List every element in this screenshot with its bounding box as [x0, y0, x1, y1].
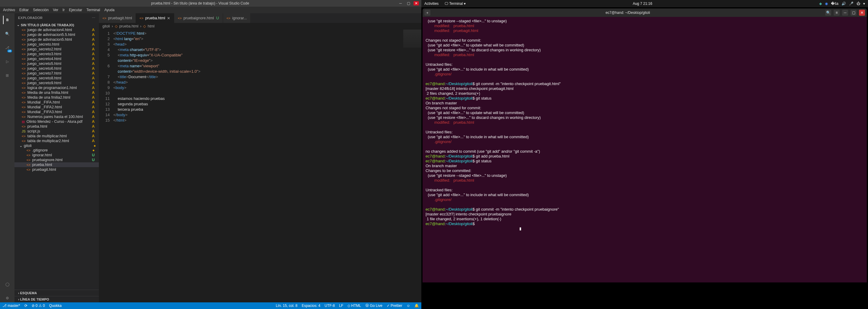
cursor-position[interactable]: Lín. 15, col. 8	[276, 304, 298, 308]
more-icon[interactable]: ⋯	[92, 16, 96, 20]
explorer-icon[interactable]: 🗎	[3, 16, 11, 24]
activities-button[interactable]: Activities	[424, 1, 438, 6]
file-row[interactable]: <>tabla de multiplicar2.htmlA	[14, 139, 99, 143]
file-row[interactable]: <>prueba.html	[14, 162, 99, 167]
new-tab-button[interactable]: ＋	[424, 10, 430, 16]
file-row[interactable]: <>ignorar.htmlU	[14, 153, 99, 158]
golive-status[interactable]: ⦿ Go Live	[365, 304, 382, 308]
titlebar: prueba.html - Sin título (área de trabaj…	[0, 0, 421, 7]
terminal-titlebar: ＋ ec7@hand: ~/Desktop/gitoli 🔍 ≡ ─ ▢ ✕	[423, 8, 867, 17]
maximize-button[interactable]: ▢	[850, 10, 857, 16]
branch-status[interactable]: ⎇ master*	[2, 304, 20, 308]
file-row[interactable]: <>juego de adivinacion5.5.htmlA	[14, 32, 99, 37]
maximize-button[interactable]: ▢	[406, 1, 411, 5]
settings-gear-icon[interactable]: ⚙	[3, 294, 11, 302]
menu-item[interactable]: Editar	[18, 7, 30, 13]
menu-item[interactable]: Archivo	[1, 7, 17, 13]
file-row[interactable]: <>pruebaignore.htmlU	[14, 158, 99, 162]
network-icon[interactable]: �ša	[831, 1, 838, 6]
file-row[interactable]: ▤Olinto Mendez - Curso - Alura.pdfA	[14, 119, 99, 124]
gnome-topbar: Activities 🖵 Terminal ▾ Aug 7 21:16 ◆ ◉ …	[421, 0, 868, 7]
file-row[interactable]: <>.gitignore●	[14, 148, 99, 153]
minimap[interactable]	[403, 30, 421, 48]
editor-area[interactable]: 12345 6 789101112131415 <!DOCTYPE html><…	[99, 30, 421, 302]
sync-status[interactable]: ⟳	[24, 304, 27, 308]
source-control-icon[interactable]: ⎇48	[3, 44, 11, 52]
file-row[interactable]: <>juego de adivinacion5.htmlA	[14, 37, 99, 42]
file-row[interactable]: <>juego_secreto2.htmlA	[14, 47, 99, 52]
file-row[interactable]: <>pruebagit.html	[14, 167, 99, 172]
file-row[interactable]: <>tabla de multiplicar.htmlA	[14, 134, 99, 139]
file-row[interactable]: <>juego_secreto3.htmlA	[14, 52, 99, 56]
terminal-content[interactable]: (use "git restore --staged <file>..." to…	[423, 17, 867, 282]
explorer-label: EXPLORADOR	[18, 16, 42, 20]
menu-item[interactable]: Terminal	[85, 7, 102, 13]
folder-row[interactable]: ⌄ gitoli●	[14, 143, 99, 148]
eol-status[interactable]: LF	[339, 304, 343, 308]
file-row[interactable]: <>juego_secreto5.htmlA	[14, 61, 99, 66]
code-content[interactable]: <!DOCTYPE html><html lang="en"><head> <m…	[113, 30, 421, 302]
prettier-status[interactable]: ✓ Prettier	[387, 304, 402, 308]
file-row[interactable]: <>juego_secreto6.htmlA	[14, 66, 99, 71]
file-row[interactable]: <>Media de una fmilia2.htmlA	[14, 95, 99, 100]
tray-app-icon[interactable]: ◆	[819, 1, 822, 6]
power-icon[interactable]: ⏻	[857, 1, 860, 6]
menu-item[interactable]: Selección	[31, 7, 50, 13]
volume-icon[interactable]: 🔊	[841, 1, 846, 6]
feedback-icon[interactable]: ☺	[407, 304, 410, 308]
activity-bar: 🗎 🔍 ⎇48 ▷ ⊞ ◯ ⚙	[0, 13, 14, 302]
editor-tab[interactable]: <>pruebagit.html	[99, 13, 136, 23]
editor-tab[interactable]: <>prueba.html✕	[136, 13, 174, 23]
outline-header[interactable]: › ESQUEMA	[14, 290, 99, 296]
file-row[interactable]: <>juego_secreto7.htmlA	[14, 71, 99, 76]
file-row[interactable]: <>Mundial _FIFA.htmlA	[14, 100, 99, 105]
editor-tab[interactable]: <>ignorar...	[223, 13, 251, 23]
close-button[interactable]: ✕	[859, 10, 865, 16]
minimize-button[interactable]: ─	[842, 10, 848, 16]
accounts-icon[interactable]: ◯	[3, 280, 11, 288]
status-bar: ⎇ master* ⟳ ⊘ 0 ⚠ 0 Quokka Lín. 15, col.…	[0, 302, 421, 309]
menu-item[interactable]: Ejecutar	[67, 7, 84, 13]
mic-icon[interactable]: 🎤	[849, 1, 854, 6]
menu-item[interactable]: Ir	[61, 7, 66, 13]
editor-tab[interactable]: <>pruebaignore.htmlU	[174, 13, 223, 23]
file-row[interactable]: JSscript.jsA	[14, 129, 99, 134]
system-tray: ◆ ◉ �ša 🔊 🎤 ⏻ ▾	[819, 1, 865, 6]
file-row[interactable]: <>juego_secreto4.htmlA	[14, 56, 99, 61]
minimize-button[interactable]: ─	[398, 1, 403, 5]
file-row[interactable]: <>Numeros pares hasta el 100.htmlA	[14, 114, 99, 119]
chevron-down-icon[interactable]: ▾	[863, 1, 865, 6]
extensions-icon[interactable]: ⊞	[3, 71, 11, 80]
tray-app-icon[interactable]: ◉	[825, 1, 828, 6]
search-button[interactable]: 🔍	[825, 10, 831, 16]
file-row[interactable]: <>juego_secreto8.htmlA	[14, 76, 99, 81]
timeline-header[interactable]: › LÍNEA DE TIEMPO	[14, 296, 99, 302]
file-row[interactable]: <>logica de programacion1.htmlA	[14, 85, 99, 90]
clock[interactable]: Aug 7 21:16	[466, 1, 819, 6]
file-row[interactable]: <>Media de una fmilia.htmlA	[14, 90, 99, 95]
file-row[interactable]: <>Mundial _FIFA3.htmlA	[14, 110, 99, 114]
file-row[interactable]: <>juego_secreto9.htmlA	[14, 81, 99, 85]
menu-button[interactable]: ≡	[834, 10, 840, 16]
terminal-app-button[interactable]: 🖵 Terminal ▾	[444, 1, 466, 6]
file-row[interactable]: <>juego de adivinacion4.htmlA	[14, 27, 99, 32]
problems-status[interactable]: ⊘ 0 ⚠ 0	[32, 304, 45, 308]
search-icon[interactable]: 🔍	[3, 30, 11, 38]
menu-item[interactable]: Ayuda	[102, 7, 116, 13]
bell-icon[interactable]: 🔔	[414, 304, 419, 308]
spaces-status[interactable]: Espacios: 4	[302, 304, 320, 308]
run-debug-icon[interactable]: ▷	[3, 57, 11, 66]
window-title: prueba.html - Sin título (área de trabaj…	[2, 1, 398, 5]
close-button[interactable]: ✕	[413, 1, 419, 5]
encoding-status[interactable]: UTF-8	[324, 304, 335, 308]
file-row[interactable]: <>juego_secreto.htmlA	[14, 42, 99, 47]
language-status[interactable]: ◇ HTML	[347, 304, 361, 308]
file-row[interactable]: <>Mundial _FIFA2.htmlA	[14, 105, 99, 110]
menu-item[interactable]: Ver	[51, 7, 60, 13]
file-row[interactable]: <>prueba.htmlA	[14, 124, 99, 129]
quokka-status[interactable]: Quokka	[49, 304, 61, 308]
editor-group: <>pruebagit.html<>prueba.html✕<>pruebaig…	[99, 13, 421, 302]
window-controls: ─ ▢ ✕	[398, 1, 419, 5]
breadcrumb[interactable]: gitoli› ◇prueba.html› ◇html	[99, 23, 421, 30]
workspace-header[interactable]: ⌄ SIN TÍTULO (ÁREA DE TRABAJO)	[14, 22, 99, 27]
